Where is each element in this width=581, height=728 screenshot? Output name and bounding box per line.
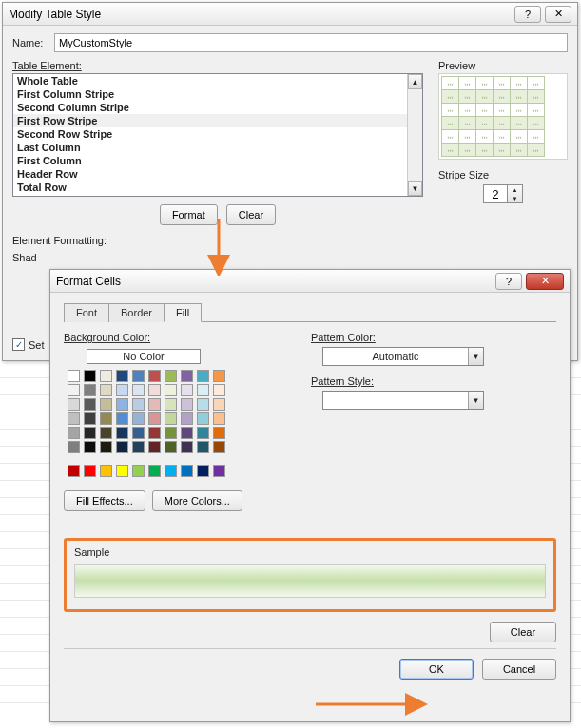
- tab-fill[interactable]: Fill: [164, 303, 202, 322]
- color-swatch[interactable]: [213, 370, 225, 382]
- clear-fill-button[interactable]: Clear: [490, 622, 556, 642]
- table-element-item[interactable]: First Column Stripe: [13, 87, 422, 101]
- color-swatch[interactable]: [68, 384, 80, 396]
- color-swatch[interactable]: [148, 370, 161, 382]
- standard-color-palette[interactable]: [68, 465, 273, 477]
- color-swatch[interactable]: [116, 398, 128, 411]
- color-swatch[interactable]: [116, 427, 128, 439]
- color-swatch[interactable]: [181, 441, 193, 453]
- theme-color-palette[interactable]: [68, 370, 273, 453]
- set-default-checkbox[interactable]: ✓: [12, 338, 25, 351]
- color-swatch[interactable]: [148, 441, 161, 453]
- color-swatch[interactable]: [132, 398, 145, 411]
- scroll-down-button[interactable]: ▼: [408, 181, 422, 196]
- help-button[interactable]: ?: [514, 6, 541, 23]
- color-swatch[interactable]: [165, 465, 177, 477]
- table-element-listbox[interactable]: Whole TableFirst Column StripeSecond Col…: [12, 73, 423, 197]
- color-swatch[interactable]: [100, 427, 112, 439]
- color-swatch[interactable]: [181, 465, 193, 477]
- color-swatch[interactable]: [132, 441, 145, 453]
- color-swatch[interactable]: [116, 384, 128, 396]
- tab-border[interactable]: Border: [108, 303, 165, 322]
- close-button[interactable]: ✕: [526, 273, 564, 290]
- color-swatch[interactable]: [68, 427, 80, 439]
- color-swatch[interactable]: [68, 412, 80, 425]
- color-swatch[interactable]: [132, 370, 145, 382]
- color-swatch[interactable]: [213, 384, 225, 396]
- format-button[interactable]: Format: [160, 204, 218, 225]
- stripe-size-stepper[interactable]: ▲▼: [483, 184, 523, 203]
- color-swatch[interactable]: [165, 370, 177, 382]
- color-swatch[interactable]: [165, 427, 177, 439]
- listbox-scrollbar[interactable]: ▲ ▼: [407, 74, 422, 196]
- cancel-button[interactable]: Cancel: [482, 659, 556, 680]
- color-swatch[interactable]: [213, 412, 225, 425]
- stripe-size-input[interactable]: [483, 184, 508, 203]
- table-element-item[interactable]: Second Row Stripe: [13, 127, 422, 141]
- color-swatch[interactable]: [68, 465, 80, 477]
- color-swatch[interactable]: [100, 412, 112, 425]
- color-swatch[interactable]: [84, 370, 96, 382]
- color-swatch[interactable]: [213, 427, 225, 439]
- color-swatch[interactable]: [132, 427, 145, 439]
- close-button[interactable]: ✕: [545, 6, 571, 23]
- help-button[interactable]: ?: [495, 273, 522, 290]
- fill-effects-button[interactable]: Fill Effects...: [64, 490, 145, 511]
- color-swatch[interactable]: [84, 398, 96, 411]
- color-swatch[interactable]: [197, 412, 209, 425]
- color-swatch[interactable]: [116, 441, 128, 453]
- color-swatch[interactable]: [84, 384, 96, 396]
- pattern-style-dropdown[interactable]: ▼: [322, 391, 484, 410]
- style-name-input[interactable]: [54, 33, 568, 52]
- color-swatch[interactable]: [132, 384, 145, 396]
- color-swatch[interactable]: [181, 370, 193, 382]
- color-swatch[interactable]: [132, 465, 145, 477]
- color-swatch[interactable]: [148, 427, 161, 439]
- color-swatch[interactable]: [181, 384, 193, 396]
- format-dialog-titlebar[interactable]: Format Cells ? ✕: [50, 270, 570, 293]
- color-swatch[interactable]: [148, 384, 161, 396]
- color-swatch[interactable]: [165, 412, 177, 425]
- color-swatch[interactable]: [197, 370, 209, 382]
- modify-dialog-titlebar[interactable]: Modify Table Style ? ✕: [3, 3, 577, 26]
- color-swatch[interactable]: [213, 398, 225, 411]
- color-swatch[interactable]: [100, 441, 112, 453]
- color-swatch[interactable]: [84, 441, 96, 453]
- tab-font[interactable]: Font: [64, 303, 109, 322]
- stripe-size-spinner[interactable]: ▲▼: [508, 184, 523, 203]
- color-swatch[interactable]: [197, 384, 209, 396]
- color-swatch[interactable]: [148, 465, 161, 477]
- color-swatch[interactable]: [116, 412, 128, 425]
- scroll-up-button[interactable]: ▲: [408, 74, 422, 89]
- color-swatch[interactable]: [197, 398, 209, 411]
- color-swatch[interactable]: [181, 427, 193, 439]
- color-swatch[interactable]: [165, 398, 177, 411]
- color-swatch[interactable]: [213, 465, 225, 477]
- color-swatch[interactable]: [84, 412, 96, 425]
- clear-element-button[interactable]: Clear: [226, 204, 276, 225]
- no-color-button[interactable]: No Color: [87, 349, 201, 364]
- color-swatch[interactable]: [100, 465, 112, 477]
- color-swatch[interactable]: [84, 427, 96, 439]
- more-colors-button[interactable]: More Colors...: [152, 490, 242, 511]
- color-swatch[interactable]: [197, 441, 209, 453]
- color-swatch[interactable]: [181, 398, 193, 411]
- table-element-item[interactable]: First Column: [13, 154, 422, 167]
- color-swatch[interactable]: [165, 384, 177, 396]
- color-swatch[interactable]: [68, 370, 80, 382]
- color-swatch[interactable]: [213, 441, 225, 453]
- color-swatch[interactable]: [84, 465, 96, 477]
- color-swatch[interactable]: [100, 370, 112, 382]
- table-element-item[interactable]: Last Column: [13, 141, 422, 154]
- ok-button[interactable]: OK: [399, 659, 474, 680]
- color-swatch[interactable]: [148, 398, 161, 411]
- color-swatch[interactable]: [116, 370, 128, 382]
- color-swatch[interactable]: [68, 398, 80, 411]
- table-element-item[interactable]: Header Row: [13, 167, 422, 181]
- table-element-item[interactable]: Second Column Stripe: [13, 101, 422, 114]
- color-swatch[interactable]: [197, 427, 209, 439]
- color-swatch[interactable]: [197, 465, 209, 477]
- pattern-color-dropdown[interactable]: Automatic ▼: [322, 347, 484, 366]
- color-swatch[interactable]: [100, 384, 112, 396]
- table-element-item[interactable]: Total Row: [13, 181, 422, 194]
